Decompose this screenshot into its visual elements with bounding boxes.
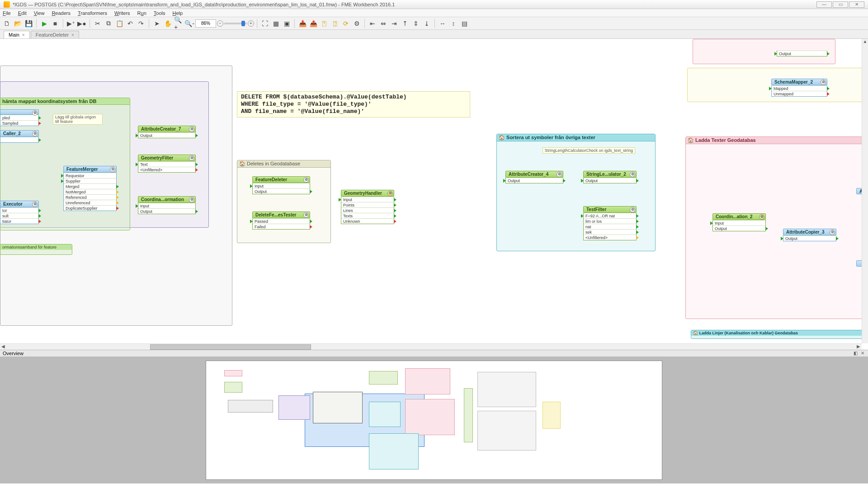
zoom-percent-input[interactable]: 86% xyxy=(195,19,216,28)
gear-icon[interactable]: ⚙ xyxy=(830,230,835,235)
overview-panel[interactable] xyxy=(0,357,868,483)
add-writer-button[interactable]: 📤 xyxy=(308,19,318,28)
gear-icon[interactable]: ⚙ xyxy=(387,191,393,196)
transformer-executor[interactable]: Executor⚙ tor sult tiator xyxy=(0,201,39,224)
select-tool-button[interactable]: ➤ xyxy=(152,19,162,28)
align-top-button[interactable]: ⤒ xyxy=(400,19,410,28)
menu-tools[interactable]: Tools xyxy=(154,10,165,16)
save-button[interactable]: 💾 xyxy=(24,19,33,28)
horizontal-scrollbar[interactable]: ◀ ▶ xyxy=(0,343,862,350)
run-prompt-button[interactable]: ▶⁺ xyxy=(66,19,76,28)
fit-window-button[interactable]: ⛶ xyxy=(260,19,270,28)
zoom-in-button[interactable]: 🔍+ xyxy=(174,19,184,28)
sql-annotation[interactable]: DELETE FROM $(databaseSchema).@Value(des… xyxy=(237,91,470,117)
gear-icon[interactable]: ⚙ xyxy=(821,80,826,85)
gear-icon[interactable]: ⚙ xyxy=(557,172,562,177)
copy-button[interactable]: ⧉ xyxy=(104,19,113,28)
tab-main[interactable]: Main× xyxy=(4,31,30,38)
close-icon[interactable]: ✕ xyxy=(860,351,865,356)
cut-button[interactable]: ✂ xyxy=(93,19,103,28)
menu-help[interactable]: Help xyxy=(173,10,183,16)
gear-icon[interactable]: ⚙ xyxy=(110,167,115,172)
distribute-h-button[interactable]: ↔ xyxy=(438,19,448,28)
gear-icon[interactable]: ⚙ xyxy=(189,155,194,161)
update-reader-button[interactable]: ⍞ xyxy=(319,19,329,28)
dock-icon[interactable]: ◧ xyxy=(853,351,858,356)
transformer-testfilter[interactable]: TestFilter⚙ F=92 A...OR nat lim or los n… xyxy=(583,206,637,240)
gear-icon[interactable]: ⚙ xyxy=(189,197,194,202)
auto-layout-button[interactable]: ▤ xyxy=(459,19,469,28)
run-button[interactable]: ▶ xyxy=(39,19,49,28)
menu-run[interactable]: Run xyxy=(137,10,146,16)
bookmark-deletes[interactable]: 🏠 Deletes in Geodatabase xyxy=(237,160,331,243)
menu-readers[interactable]: Readers xyxy=(52,10,71,16)
vertical-scrollbar[interactable]: ▲ xyxy=(862,39,868,343)
open-button[interactable]: 📂 xyxy=(13,19,23,28)
menu-view[interactable]: View xyxy=(34,10,45,16)
redo-button[interactable]: ↷ xyxy=(136,19,146,28)
output-port-node[interactable]: Output xyxy=(777,51,827,56)
run-breakpoint-button[interactable]: ▶● xyxy=(77,19,87,28)
parameters-button[interactable]: ⚙ xyxy=(352,19,362,28)
slider-track[interactable] xyxy=(224,23,247,24)
gear-icon[interactable]: ⚙ xyxy=(759,214,764,220)
zoom-out-button[interactable]: 🔍- xyxy=(184,19,194,28)
close-window-button[interactable]: ✕ xyxy=(849,1,864,8)
transformer-featuremerger[interactable]: FeatureMerger⚙ Requestor Supplier Merged… xyxy=(63,166,117,211)
gear-icon[interactable]: ⚙ xyxy=(303,177,309,183)
gear-icon[interactable]: ⚙ xyxy=(630,207,635,212)
zoom-plus-icon[interactable]: + xyxy=(248,20,254,27)
gear-icon[interactable]: ⚙ xyxy=(630,172,635,177)
gear-icon[interactable]: ⚙ xyxy=(32,131,38,136)
undo-button[interactable]: ↶ xyxy=(125,19,135,28)
menubar[interactable]: File Edit View Readers Transformers Writ… xyxy=(0,9,868,17)
tab-featuredeleter[interactable]: FeatureDeleter× xyxy=(31,31,79,38)
bookmark-laddalinjer[interactable]: 🏠 Ladda Linjer (Kanalisation och Kablar)… xyxy=(691,330,864,339)
minimize-button[interactable]: — xyxy=(816,1,832,8)
zoom-minus-icon[interactable]: − xyxy=(217,20,223,27)
workspace-canvas[interactable]: hämta mappat koordinatsystem från DB Läg… xyxy=(0,39,868,350)
menu-writers[interactable]: Writers xyxy=(114,10,130,16)
zoom-slider[interactable]: − + xyxy=(217,20,254,27)
gear-icon[interactable]: ⚙ xyxy=(303,212,309,218)
transformer-attributecreator7[interactable]: AttributeCreator_7⚙ Output xyxy=(138,126,196,138)
distribute-v-button[interactable]: ↕ xyxy=(448,19,458,28)
transformer-attributecopier[interactable]: AttributeCopier_3⚙ Output xyxy=(783,229,836,241)
transformer-attributecreator4[interactable]: AttributeCreator_4⚙ Output xyxy=(505,171,563,183)
menu-file[interactable]: File xyxy=(3,10,11,16)
align-left-button[interactable]: ⇤ xyxy=(368,19,377,28)
stop-button[interactable]: ■ xyxy=(50,19,60,28)
transformer-schemamapper[interactable]: SchemaMapper_2⚙ Mapped Unmapped xyxy=(771,79,827,97)
close-icon[interactable]: × xyxy=(71,33,74,38)
bookmark-bottom[interactable]: ormationssamband för feature xyxy=(0,244,72,255)
menu-edit[interactable]: Edit xyxy=(18,10,27,16)
transformer-caller2[interactable]: Caller_2⚙ xyxy=(0,130,39,143)
align-bottom-button[interactable]: ⤓ xyxy=(422,19,432,28)
align-center-button[interactable]: ⇔ xyxy=(378,19,388,28)
scrollbar-thumb[interactable] xyxy=(150,344,311,350)
new-button[interactable]: 🗋 xyxy=(2,19,12,28)
paste-button[interactable]: 📋 xyxy=(114,19,124,28)
gear-icon[interactable]: ⚙ xyxy=(32,202,38,207)
update-writer-button[interactable]: ⍰ xyxy=(330,19,340,28)
update-all-button[interactable]: ⟳ xyxy=(341,19,351,28)
transformer-stringlengthcalc[interactable]: StringLe...ulator_2⚙ Output xyxy=(583,171,637,183)
transformer-clipped[interactable]: ⚙ pled Sampled xyxy=(0,109,39,126)
transformer-geometryhandler[interactable]: GeometryHandler⚙ Input Points Lines Text… xyxy=(341,190,394,224)
menu-transformers[interactable]: Transformers xyxy=(78,10,107,16)
align-middle-button[interactable]: ⇕ xyxy=(411,19,421,28)
align-right-button[interactable]: ⇥ xyxy=(389,19,399,28)
gear-icon[interactable]: ⚙ xyxy=(189,127,194,132)
maximize-button[interactable]: ▭ xyxy=(833,1,848,8)
add-reader-button[interactable]: 📥 xyxy=(297,19,307,28)
transformer-geometryfilter[interactable]: GeometryFilter⚙ Text <Unfiltered> xyxy=(138,155,196,173)
toggle-overview-button[interactable]: ▣ xyxy=(282,19,292,28)
close-icon[interactable]: × xyxy=(22,33,25,38)
transformer-coordtransform[interactable]: Coordina...ormation⚙ Input Output xyxy=(138,196,196,214)
transformer-deletefetester[interactable]: DeleteFe...esTester⚙ Passed Failed xyxy=(252,211,310,230)
toggle-grid-button[interactable]: ▦ xyxy=(271,19,281,28)
pan-tool-button[interactable]: ✋ xyxy=(163,19,173,28)
transformer-coordation2[interactable]: Coordin...ation_2⚙ Input Output xyxy=(712,213,766,231)
overview-minimap[interactable] xyxy=(206,361,662,480)
transformer-featuredeleter[interactable]: FeatureDeleter⚙ Input Output xyxy=(252,176,310,194)
